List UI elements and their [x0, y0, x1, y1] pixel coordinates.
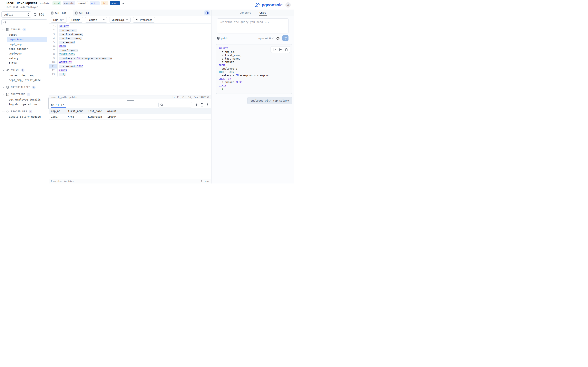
- run-button[interactable]: Run ⌘↵: [51, 17, 67, 23]
- sidebar-scrollbar[interactable]: [48, 98, 49, 109]
- assistant-code-line: employee e: [219, 67, 290, 71]
- editor-line-12[interactable]: 12LIMIT: [49, 68, 211, 73]
- sql-mode-label[interactable]: SQL: [39, 13, 44, 16]
- run-sql-icon[interactable]: [273, 48, 276, 51]
- line-number[interactable]: 2: [49, 29, 58, 33]
- section-count-badge: 7: [22, 28, 26, 31]
- results-toolbar: 00:51:27: [49, 101, 211, 108]
- pgconsole-logo: pgconsole: [255, 2, 283, 8]
- editor-line-8[interactable]: 8INNER JOIN: [49, 52, 211, 57]
- sql-editor[interactable]: 1▾SELECT2 e.emp_no,3 e.first_name,4 e.la…: [49, 24, 211, 95]
- assistant-tab-chat[interactable]: Chat: [259, 10, 267, 16]
- sidebar-item-salary[interactable]: salary: [7, 56, 47, 60]
- editor-line-1[interactable]: 1▾SELECT: [49, 25, 211, 29]
- line-number[interactable]: 1▾: [49, 25, 58, 29]
- editor-line-9[interactable]: 9 salary s ON e.emp_no = s.emp_no: [49, 57, 211, 60]
- editor-line-6[interactable]: 6▾FROM: [49, 44, 211, 49]
- search-path-status: search_path: public: [51, 96, 78, 99]
- editor-line-2[interactable]: 2 e.emp_no,: [49, 29, 211, 33]
- result-timer-tab[interactable]: 00:51:27: [51, 103, 66, 108]
- sidebar-item-dept_emp[interactable]: dept_emp: [7, 42, 47, 47]
- execution-time: Executed in 26ms: [51, 180, 74, 183]
- sidebar-search[interactable]: [1, 19, 47, 25]
- search-icon: [3, 21, 6, 24]
- section-header-functions[interactable]: fFUNCTIONS2: [1, 92, 47, 97]
- results-search[interactable]: [158, 102, 192, 108]
- section-header-views[interactable]: VIEWS2: [1, 68, 47, 72]
- sidebar-search-input[interactable]: [8, 21, 45, 24]
- editor-line-5[interactable]: 5 s.amount: [49, 40, 211, 44]
- line-number[interactable]: 10▾: [49, 60, 58, 64]
- line-number[interactable]: 3: [49, 33, 58, 36]
- column-header-emp_no[interactable]: emp_no: [49, 108, 66, 114]
- explain-button[interactable]: Explain: [69, 17, 83, 23]
- model-select[interactable]: opus-4.6: [259, 37, 274, 40]
- editor-line-3[interactable]: 3 e.first_name,: [49, 33, 211, 36]
- refresh-icon[interactable]: [33, 13, 37, 16]
- avatar[interactable]: A: [285, 2, 291, 8]
- editor-line-7[interactable]: 7 employee e: [49, 49, 211, 53]
- send-button[interactable]: [282, 35, 288, 41]
- editor-tab-sql-134[interactable]: SQL 134: [49, 10, 73, 16]
- sidebar-item-department[interactable]: department: [7, 37, 47, 42]
- chat-input[interactable]: [220, 20, 286, 31]
- chevron-down-icon[interactable]: [122, 3, 125, 4]
- format-button[interactable]: Format: [85, 17, 107, 23]
- assistant-tab-context[interactable]: Context: [239, 10, 252, 16]
- sidebar-item-get_employee_details[interactable]: get_employee_details: [7, 97, 47, 102]
- processes-button[interactable]: Processes: [133, 17, 155, 23]
- line-number[interactable]: 9: [49, 57, 58, 60]
- download-results-icon[interactable]: [206, 103, 209, 106]
- assistant-code-line: s.amount DESC: [219, 81, 290, 84]
- sidebar-item-employee[interactable]: employee: [7, 51, 47, 56]
- line-number[interactable]: 4: [49, 36, 58, 41]
- sidebar-item-log_dml_operations[interactable]: log_dml_operations: [7, 102, 47, 107]
- copy-results-icon[interactable]: [200, 103, 203, 106]
- section-header-procedures[interactable]: PROCEDURES1: [1, 109, 47, 114]
- line-number[interactable]: 8: [49, 52, 58, 57]
- sidebar-item-title[interactable]: title: [7, 60, 47, 65]
- editor-tab-sql-133[interactable]: SQL 133: [73, 10, 97, 16]
- schema-sidebar: public SQL: [0, 10, 49, 184]
- assistant-code-line: salary s ON e.emp_no = s.emp_no: [219, 74, 290, 77]
- row-count: 1 rows: [201, 180, 209, 183]
- results-grid[interactable]: emp_nofirst_namelast_nameamount10897Arno…: [49, 108, 211, 179]
- sidebar-item-simple_salary_update[interactable]: simple_salary_update: [7, 114, 47, 119]
- schema-select[interactable]: public: [1, 11, 31, 17]
- section-header-tables[interactable]: TABLES7: [1, 27, 47, 32]
- chat-schema[interactable]: public: [217, 36, 230, 40]
- elephant-logo-icon: [255, 2, 261, 8]
- add-result-tab-icon[interactable]: [195, 103, 198, 106]
- copy-sql-icon[interactable]: [285, 48, 288, 51]
- column-header-first_name[interactable]: first_name: [66, 108, 86, 114]
- sidebar-item-current_dept_emp[interactable]: current_dept_emp: [7, 73, 47, 78]
- format-caret[interactable]: [101, 17, 107, 22]
- editor-line-4[interactable]: 4 e.last_name,: [49, 36, 211, 41]
- assistant-sql-message: SELECT e.emp_no, e.first_name, e.last_na…: [216, 44, 292, 94]
- line-number[interactable]: 11: [49, 64, 58, 68]
- results-search-input[interactable]: [164, 103, 190, 106]
- resize-handle[interactable]: [127, 100, 134, 101]
- editor-line-11[interactable]: 11 s.amount DESC: [49, 64, 211, 68]
- line-number[interactable]: 13: [49, 72, 58, 76]
- editor-line-10[interactable]: 10▾ORDER BY: [49, 60, 211, 64]
- sidebar-item-audit[interactable]: audit: [7, 33, 47, 37]
- quick-sql-button[interactable]: Quick SQL: [109, 17, 131, 23]
- sidebar-item-dept_manager[interactable]: dept_manager: [7, 47, 47, 51]
- column-header-last_name[interactable]: last_name: [86, 108, 105, 114]
- panel-toggle-button[interactable]: [204, 10, 210, 15]
- line-number[interactable]: 7: [49, 49, 58, 53]
- editor-line-13[interactable]: 13 1;: [49, 72, 211, 76]
- user-message: employee with top salary: [247, 97, 292, 104]
- sidebar-item-dept_emp_latest_date[interactable]: dept_emp_latest_date: [7, 78, 47, 82]
- line-number[interactable]: 6▾: [49, 44, 58, 49]
- column-header-amount[interactable]: amount: [105, 108, 122, 114]
- table-row[interactable]: 10897ArnoKumaresan136004: [49, 114, 211, 120]
- section-header-materialized[interactable]: MATERIALIZED0: [1, 85, 47, 90]
- assistant-tabs: ContextChat: [212, 10, 294, 16]
- line-number[interactable]: 12: [49, 68, 58, 73]
- insert-to-editor-icon[interactable]: [279, 48, 282, 51]
- line-number[interactable]: 5: [49, 40, 58, 44]
- clear-chat-icon[interactable]: [276, 36, 280, 40]
- activity-icon: [135, 18, 138, 21]
